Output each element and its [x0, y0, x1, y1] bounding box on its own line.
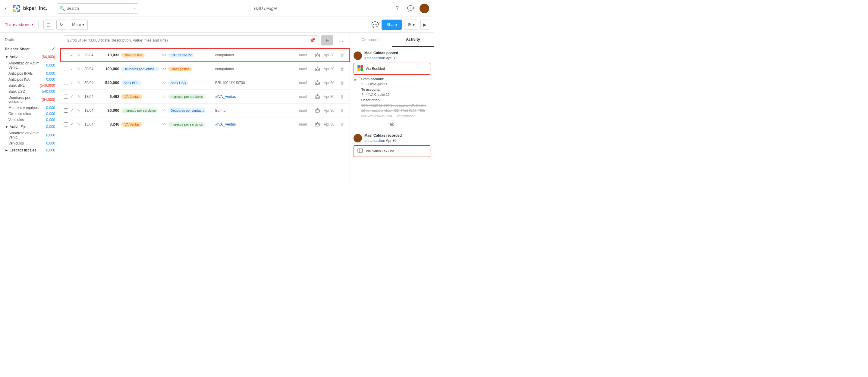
from-tag[interactable]: Deudores por ventas... — [121, 67, 159, 71]
sidebar-item-amort-fijo[interactable]: Amortizacion Acum Vehic... 0,000 — [0, 130, 60, 140]
activity-user-row-2: Mael Caldas recorded a transaction Apr 3… — [353, 133, 430, 143]
from-tag[interactable]: Ingresos por servicios — [121, 108, 158, 113]
row-bot-icon — [313, 66, 322, 72]
sidebar-item-amort-acum[interactable]: Amortizacion Acum Vehic... 0,000 — [0, 60, 60, 70]
sidebar-item-muebles[interactable]: Muebles y equipos 0,000 — [0, 105, 60, 111]
to-tag[interactable]: Bank USD — [168, 80, 188, 85]
from-tag[interactable]: IVA Ventas — [121, 94, 142, 99]
send-button[interactable]: ► — [321, 35, 333, 45]
row-description[interactable]: #IVA_Ventas — [215, 122, 297, 127]
svg-rect-59 — [358, 149, 363, 152]
sidebar-item-deudores[interactable]: Deudores por ventas ... (64,000) — [0, 95, 60, 105]
comments-button[interactable]: 💬 — [371, 21, 379, 29]
refresh-button[interactable]: ↻ — [56, 20, 66, 30]
back-button[interactable]: ‹ — [5, 5, 7, 12]
row-edit-icon[interactable]: ✎ — [77, 108, 83, 113]
row-checkbox[interactable] — [64, 122, 68, 127]
share-button[interactable]: Share — [381, 20, 402, 30]
sidebar-group-creditos-header[interactable]: ► Creditos fiscales 0,000 — [0, 147, 60, 153]
row-delete-icon[interactable]: 🗑 — [340, 122, 346, 127]
activity-transaction-link-2[interactable]: a transaction — [364, 139, 385, 143]
row-checkbox[interactable] — [64, 81, 68, 85]
sidebar-item-anticipos-irae[interactable]: Anticipos IRAE 0,000 — [0, 70, 60, 76]
row-edit-icon[interactable]: ✎ — [77, 80, 83, 85]
activo-fijo-collapse-icon: ▼ — [5, 125, 8, 129]
row-edit-icon[interactable]: ✎ — [77, 67, 83, 71]
row-checkbox[interactable] — [64, 67, 68, 71]
row-edit-icon[interactable]: ✎ — [77, 53, 83, 58]
row-description: computador — [215, 53, 297, 57]
row-checkbox[interactable] — [64, 108, 68, 113]
sidebar-item-vehiculos[interactable]: Vehiculos 0,000 — [0, 117, 60, 123]
sidebar-group-activo-header[interactable]: ▼ Activo (64,000) — [0, 54, 60, 60]
activity-transaction-link[interactable]: a transaction — [364, 56, 385, 60]
row-bot-icon — [313, 94, 322, 100]
bot-circle-icon — [388, 120, 396, 128]
row-description: BRL100 UYU3700 — [215, 81, 297, 85]
row-delete-icon[interactable]: 🗑 — [340, 94, 346, 99]
table-row: ✓ ✎ 30/04 100,000 Deudores por ventas...… — [60, 62, 350, 76]
activo-group-name: ▼ Activo — [5, 55, 20, 59]
search-bar[interactable]: 🔍 ▾ — [57, 3, 138, 13]
row-delete-icon[interactable]: 🗑 — [340, 108, 346, 113]
settings-button[interactable]: ⚙ ▾ — [404, 20, 418, 30]
table-row: ✓ ✎ 30/04 540,000 Bank BRL >> Bank USD B… — [60, 76, 350, 90]
checkbox-button[interactable]: ▢ — [43, 20, 54, 30]
row-verified-icon: ✓ — [70, 94, 75, 99]
sidebar-item-anticipos-iva[interactable]: Anticipos IVA 0,000 — [0, 76, 60, 82]
row-checkbox[interactable] — [64, 95, 68, 99]
sidebar-item-bank-brl[interactable]: Bank BRL (540,000) — [0, 82, 60, 89]
from-tag[interactable]: Bank BRL — [121, 80, 141, 85]
activity-entry: Mael Caldas posted a transaction Apr 30 — [353, 50, 430, 128]
via-bookbot-box[interactable]: Via Bookbot — [353, 63, 430, 75]
to-tag[interactable]: Ingresos por servicios — [168, 94, 205, 99]
search-dropdown-arrow[interactable]: ▾ — [134, 7, 135, 10]
via-salestax-box[interactable]: Via Sales Tax Bot — [353, 145, 430, 157]
attachment-icon[interactable]: 📌 — [310, 37, 315, 43]
user-avatar[interactable] — [420, 4, 429, 13]
entry-input-wrapper[interactable]: 📌 — [64, 35, 319, 45]
to-tag[interactable]: Ingresos por servicios — [168, 122, 205, 127]
from-tag[interactable]: IVA Ventas — [121, 122, 142, 127]
creditos-expand-icon: ► — [5, 148, 8, 152]
row-edit-icon[interactable]: ✎ — [77, 122, 83, 127]
activity-panel: Comments Activity Mael Caldas posted a t… — [350, 33, 434, 188]
row-from: Otros gastos — [121, 53, 160, 58]
more-options-button[interactable]: … — [336, 36, 346, 44]
row-delete-icon[interactable]: 🗑 — [340, 53, 346, 58]
from-tag[interactable]: Otros gastos — [121, 53, 145, 58]
sidebar-item-vehiculos-fijo[interactable]: Vehiculos 0,000 — [0, 140, 60, 146]
transactions-button[interactable]: Transactions ▾ — [5, 22, 33, 27]
sidebar-drafts[interactable]: Drafts — [0, 35, 60, 44]
row-description[interactable]: #IVA_Ventas — [215, 95, 297, 99]
row-arrow: >> — [162, 122, 166, 127]
chat-button[interactable]: 💬 — [406, 4, 415, 13]
sidebar-group-activo-fijo-header[interactable]: ▼ Activo Fijo 0,000 — [0, 124, 60, 130]
ledger-title: USD Ledger — [142, 6, 390, 11]
to-tag[interactable]: Deudores por ventas... — [168, 108, 207, 113]
help-button[interactable]: ? — [393, 4, 401, 13]
expand-button[interactable]: ▶ — [421, 20, 429, 30]
activo-fijo-group-value: 0,000 — [46, 125, 55, 129]
tab-activity[interactable]: Activity — [392, 33, 434, 47]
search-input[interactable] — [67, 6, 134, 10]
sidebar-item-otros-creditos[interactable]: Otros creditos 0,000 — [0, 111, 60, 117]
transactions-dropdown-arrow: ▾ — [32, 23, 33, 27]
settings-dropdown-arrow: ▾ — [412, 22, 415, 27]
entry-text-input[interactable] — [67, 38, 310, 42]
activity-arrow-icon: ► — [353, 77, 358, 82]
row-date2: Apr 30 — [324, 81, 338, 85]
row-arrow: >> — [162, 53, 166, 57]
tab-comments[interactable]: Comments — [350, 33, 392, 47]
row-delete-icon[interactable]: 🗑 — [340, 67, 346, 71]
activo-collapse-icon: ▼ — [5, 55, 8, 59]
row-delete-icon[interactable]: 🗑 — [340, 80, 346, 85]
gear-icon: ⚙ — [407, 22, 411, 27]
to-tag[interactable]: IVA Credito 22 — [168, 53, 194, 58]
more-button[interactable]: More ▾ — [69, 20, 88, 30]
to-tag[interactable]: Otros gastos — [168, 67, 192, 71]
row-checkbox[interactable] — [64, 53, 68, 57]
row-edit-icon[interactable]: ✎ — [77, 94, 83, 99]
row-amount: 6,492 — [100, 94, 119, 99]
sidebar-item-bank-usd[interactable]: Bank USD 540,000 — [0, 89, 60, 95]
